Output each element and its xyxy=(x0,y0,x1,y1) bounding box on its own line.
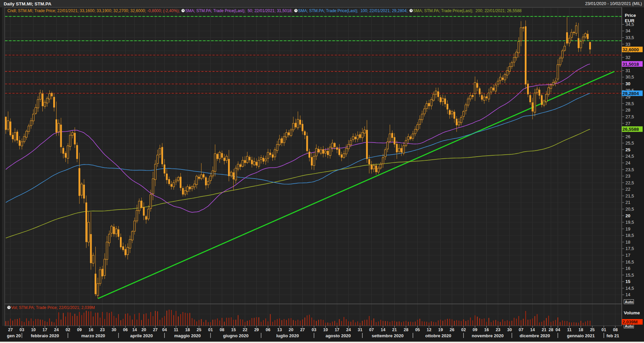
svg-text:19,5: 19,5 xyxy=(625,220,634,225)
svg-text:28,5: 28,5 xyxy=(625,101,634,106)
svg-text:13: 13 xyxy=(277,328,282,332)
svg-text:2,039M: 2,039M xyxy=(622,319,638,324)
svg-text:31,5018: 31,5018 xyxy=(622,62,639,67)
svg-text:Daily STM.MI; STM.PA: Daily STM.MI; STM.PA xyxy=(4,1,52,6)
svg-text:26,5588: 26,5588 xyxy=(622,127,639,132)
svg-text:20: 20 xyxy=(625,213,630,218)
svg-text:08: 08 xyxy=(220,328,224,332)
svg-text:14: 14 xyxy=(625,292,630,297)
svg-text:25: 25 xyxy=(197,328,201,332)
svg-text:18: 18 xyxy=(579,328,583,332)
svg-text:22,5: 22,5 xyxy=(625,180,634,185)
svg-text:30: 30 xyxy=(111,328,116,332)
svg-text:33,5: 33,5 xyxy=(625,35,634,40)
svg-text:18: 18 xyxy=(625,240,630,245)
svg-text:03: 03 xyxy=(312,328,316,332)
svg-text:14: 14 xyxy=(132,328,137,332)
svg-text:30,5: 30,5 xyxy=(625,74,634,80)
svg-text:17: 17 xyxy=(42,328,47,332)
svg-text:18: 18 xyxy=(185,328,190,332)
svg-text:Auto: Auto xyxy=(625,300,633,304)
svg-text:aprile 2020: aprile 2020 xyxy=(130,333,153,338)
svg-text:21,5: 21,5 xyxy=(625,193,634,198)
svg-text:20,5: 20,5 xyxy=(625,207,634,212)
svg-text:27: 27 xyxy=(8,328,13,332)
svg-text:16: 16 xyxy=(484,328,489,332)
svg-text:giugno 2020: giugno 2020 xyxy=(223,333,249,338)
svg-text:15: 15 xyxy=(231,328,236,332)
svg-text:32,6000: 32,6000 xyxy=(622,47,639,52)
svg-text:14: 14 xyxy=(381,328,385,332)
svg-text:30: 30 xyxy=(625,81,630,86)
svg-text:28: 28 xyxy=(404,328,408,332)
svg-text:24: 24 xyxy=(346,328,351,332)
svg-text:06: 06 xyxy=(123,328,128,332)
svg-text:09: 09 xyxy=(77,328,82,332)
svg-text:agosto 2020: agosto 2020 xyxy=(325,333,351,338)
svg-text:23,5: 23,5 xyxy=(625,167,634,172)
svg-text:02: 02 xyxy=(66,328,70,332)
svg-text:novembre 2020: novembre 2020 xyxy=(472,333,504,338)
svg-text:21: 21 xyxy=(542,328,546,332)
svg-text:19: 19 xyxy=(625,226,630,231)
svg-text:24: 24 xyxy=(54,328,59,332)
svg-text:17,5: 17,5 xyxy=(625,246,634,251)
svg-text:15,5: 15,5 xyxy=(625,273,634,278)
svg-text:febbraio 2020: febbraio 2020 xyxy=(31,333,59,338)
svg-text:28: 28 xyxy=(625,107,630,113)
svg-text:23: 23 xyxy=(625,174,630,179)
svg-text:26: 26 xyxy=(450,328,454,332)
svg-text:28: 28 xyxy=(549,328,553,332)
svg-text:14,5: 14,5 xyxy=(625,286,634,291)
svg-text:29: 29 xyxy=(254,328,259,332)
svg-text:15: 15 xyxy=(625,279,630,284)
svg-text:02: 02 xyxy=(461,328,466,332)
svg-text:14: 14 xyxy=(530,328,535,332)
svg-text:23: 23 xyxy=(496,328,501,332)
svg-text:marzo 2020: marzo 2020 xyxy=(81,333,105,338)
svg-text:27: 27 xyxy=(625,121,630,126)
svg-text:01: 01 xyxy=(208,328,213,332)
svg-text:27: 27 xyxy=(153,328,158,332)
svg-text:20: 20 xyxy=(141,328,146,332)
svg-text:25: 25 xyxy=(590,328,595,332)
svg-text:EUR: EUR xyxy=(625,18,635,23)
svg-text:08: 08 xyxy=(613,328,618,332)
svg-text:12: 12 xyxy=(427,328,431,332)
svg-text:23: 23 xyxy=(100,328,105,332)
svg-text:25,5: 25,5 xyxy=(625,141,634,146)
svg-text:luglio 2020: luglio 2020 xyxy=(276,333,299,338)
svg-text:29,2804: 29,2804 xyxy=(622,91,639,96)
svg-text:27,5: 27,5 xyxy=(625,114,634,119)
svg-text:gen 20: gen 20 xyxy=(7,333,21,338)
svg-text:33: 33 xyxy=(625,42,630,47)
svg-text:31: 31 xyxy=(358,328,362,332)
svg-text:gennaio 2021: gennaio 2021 xyxy=(567,333,594,338)
svg-text:34: 34 xyxy=(625,28,630,33)
svg-text:32: 32 xyxy=(625,55,630,60)
svg-text:06: 06 xyxy=(266,328,270,332)
svg-text:07: 07 xyxy=(369,328,374,332)
svg-text:31: 31 xyxy=(625,68,630,73)
svg-text:04: 04 xyxy=(555,328,560,332)
svg-text:01: 01 xyxy=(602,328,606,332)
svg-text:24,5: 24,5 xyxy=(625,154,634,159)
svg-text:11: 11 xyxy=(174,328,178,332)
svg-text:24: 24 xyxy=(625,160,630,165)
svg-text:16,5: 16,5 xyxy=(625,259,634,264)
svg-text:27: 27 xyxy=(300,328,305,332)
svg-text:10: 10 xyxy=(31,328,36,332)
svg-text:07: 07 xyxy=(519,328,523,332)
svg-text:20: 20 xyxy=(289,328,293,332)
svg-text:17: 17 xyxy=(335,328,340,332)
svg-text:Price: Price xyxy=(625,13,636,18)
svg-text:10: 10 xyxy=(323,328,328,332)
svg-text:11: 11 xyxy=(567,328,572,332)
svg-text:18,5: 18,5 xyxy=(625,233,634,238)
svg-text:16: 16 xyxy=(89,328,93,332)
svg-text:04: 04 xyxy=(162,328,167,332)
svg-text:21: 21 xyxy=(392,328,397,332)
svg-text:21: 21 xyxy=(625,200,630,205)
svg-text:22: 22 xyxy=(625,187,630,192)
svg-text:05: 05 xyxy=(415,328,420,332)
